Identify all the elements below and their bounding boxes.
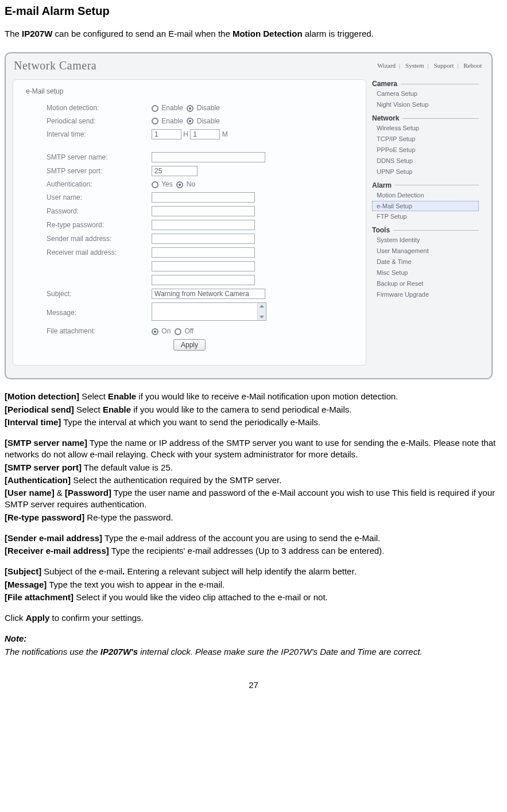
attach-off-radio[interactable] bbox=[175, 328, 181, 335]
no-text: No bbox=[187, 180, 195, 188]
message-label: Message: bbox=[24, 301, 149, 325]
sidebar-item-ddns[interactable]: DDNS Setup bbox=[372, 156, 479, 166]
sidebar-item-upnp[interactable]: UPNP Setup bbox=[372, 166, 479, 177]
disable-text: Disable bbox=[197, 104, 220, 112]
enable-text: Enable bbox=[161, 117, 183, 125]
receiver-input-1[interactable] bbox=[152, 247, 255, 258]
page-number: 27 bbox=[5, 679, 502, 691]
sidebar-item-camera-setup[interactable]: Camera Setup bbox=[372, 88, 479, 99]
tab-wizard[interactable]: Wizard bbox=[377, 62, 396, 69]
off-text: Off bbox=[184, 327, 193, 335]
sidebar-item-motion-detection[interactable]: Motion Detection bbox=[372, 190, 479, 201]
model-name: IP207W bbox=[22, 29, 52, 38]
sidebar-item-ftp-setup[interactable]: FTP Setup bbox=[372, 211, 479, 222]
motion-enable-radio[interactable] bbox=[152, 105, 158, 112]
desc-smtp-name-key: [SMTP server name] bbox=[5, 438, 87, 448]
desc-auth-key: [Authentication] bbox=[5, 475, 71, 485]
sidebar-item-backup-reset[interactable]: Backup or Reset bbox=[372, 278, 479, 289]
periodical-disable-radio[interactable] bbox=[187, 118, 193, 125]
intro-text: alarm is triggered. bbox=[303, 29, 374, 38]
periodical-label: Periodical send: bbox=[24, 115, 149, 127]
intro-text: can be configured to send an E-mail when… bbox=[52, 29, 233, 38]
smtp-name-input[interactable] bbox=[152, 152, 265, 162]
auth-label: Authentication: bbox=[24, 178, 149, 191]
on-text: On bbox=[161, 327, 171, 335]
sidebar-item-system-identity[interactable]: System Identity bbox=[372, 235, 479, 246]
apply-word: Apply bbox=[26, 613, 50, 623]
username-input[interactable] bbox=[152, 192, 255, 203]
screenshot-panel: Network Camera Wizard| System| Support| … bbox=[5, 52, 493, 379]
desc-periodical-key: [Periodical send] bbox=[5, 405, 74, 414]
interval-m-input[interactable] bbox=[190, 129, 220, 139]
retype-password-input[interactable] bbox=[152, 220, 255, 230]
receiver-label: Receiver mail address: bbox=[24, 246, 149, 259]
desc-interval-key: [Interval time] bbox=[5, 417, 61, 427]
sidebar-item-email-setup[interactable]: e-Mail Setup bbox=[372, 201, 479, 212]
scrollbar-icon[interactable] bbox=[257, 303, 266, 320]
sidebar-item-wireless[interactable]: Wireless Setup bbox=[372, 123, 479, 134]
enable-text: Enable bbox=[161, 104, 183, 112]
sidebar-head-tools: Tools bbox=[372, 226, 390, 235]
sender-label: Sender mail address: bbox=[24, 232, 149, 246]
descriptions: [Motion detection] Select Enable if you … bbox=[5, 391, 502, 658]
subject-label: Subject: bbox=[24, 287, 149, 301]
form-section-title: e-Mail setup bbox=[26, 87, 355, 96]
h-unit: H bbox=[183, 130, 188, 138]
receiver-input-2[interactable] bbox=[152, 261, 255, 271]
sidebar-head-camera: Camera bbox=[372, 79, 397, 88]
desc-smtp-port-key: [SMTP server port] bbox=[5, 463, 82, 472]
page-title: E-mail Alarm Setup bbox=[5, 3, 502, 19]
desc-motion-key: [Motion detection] bbox=[5, 391, 79, 401]
interval-label: Interval time: bbox=[24, 127, 149, 141]
tab-support[interactable]: Support bbox=[434, 62, 454, 69]
user-label: User name: bbox=[24, 191, 149, 204]
motion-label: Motion detection: bbox=[24, 102, 149, 114]
interval-h-input[interactable] bbox=[152, 129, 181, 139]
desc-username-key: [User name] bbox=[5, 488, 55, 498]
smtp-port-label: SMTP server port: bbox=[24, 164, 149, 178]
desc-subject-key: [Subject] bbox=[5, 566, 41, 576]
sidebar-item-firmware-upgrade[interactable]: Firmware Upgrade bbox=[372, 289, 479, 300]
note-head: Note: bbox=[5, 634, 26, 643]
apply-button[interactable]: Apply bbox=[173, 339, 206, 351]
subject-input[interactable] bbox=[152, 289, 265, 299]
receiver-input-3[interactable] bbox=[152, 275, 255, 285]
periodical-enable-radio[interactable] bbox=[152, 118, 158, 125]
sidebar-head-network: Network bbox=[372, 114, 399, 123]
sidebar-item-pppoe[interactable]: PPPoE Setup bbox=[372, 145, 479, 156]
auth-no-radio[interactable] bbox=[176, 181, 183, 188]
sidebar-item-tcpip[interactable]: TCP/IP Setup bbox=[372, 134, 479, 145]
sidebar-item-date-time[interactable]: Date & Time bbox=[372, 257, 479, 267]
attach-label: File attachment: bbox=[24, 325, 149, 337]
sender-input[interactable] bbox=[152, 234, 255, 244]
desc-receiver-key: [Receiver e-mail address] bbox=[5, 546, 109, 555]
tab-system[interactable]: System bbox=[405, 62, 424, 69]
pass-label: Password: bbox=[24, 204, 149, 218]
password-input[interactable] bbox=[152, 206, 255, 216]
disable-text: Disable bbox=[197, 117, 220, 125]
intro-text: The bbox=[5, 29, 22, 38]
form-panel: e-Mail setup Motion detection: Enable Di… bbox=[13, 79, 366, 366]
desc-sender-key: [Sender e-mail address] bbox=[5, 533, 102, 543]
note-model: IP207W's bbox=[100, 647, 138, 656]
tab-reboot[interactable]: Reboot bbox=[463, 62, 482, 69]
sidebar-item-misc-setup[interactable]: Misc Setup bbox=[372, 267, 479, 278]
intro-paragraph: The IP207W can be configured to send an … bbox=[5, 28, 502, 40]
sidebar-item-user-management[interactable]: User Management bbox=[372, 246, 479, 257]
feature-name: Motion Detection bbox=[233, 29, 303, 38]
message-textarea[interactable] bbox=[152, 302, 266, 321]
m-unit: M bbox=[222, 130, 228, 138]
desc-message-key: [Message] bbox=[5, 580, 47, 589]
desc-attachment-key: [File attachment] bbox=[5, 592, 73, 602]
sidebar: Camera Camera Setup Night Vision Setup N… bbox=[366, 79, 479, 366]
yes-text: Yes bbox=[161, 180, 173, 188]
motion-disable-radio[interactable] bbox=[187, 105, 193, 112]
smtp-port-input[interactable] bbox=[152, 166, 198, 176]
header-tabs: Wizard| System| Support| Reboot bbox=[376, 61, 483, 70]
desc-repass-key: [Re-type password] bbox=[5, 512, 84, 522]
brand-title: Network Camera bbox=[14, 58, 96, 73]
repass-label: Re-type password: bbox=[24, 218, 149, 232]
sidebar-item-night-vision[interactable]: Night Vision Setup bbox=[372, 99, 479, 110]
attach-on-radio[interactable] bbox=[152, 328, 158, 335]
auth-yes-radio[interactable] bbox=[152, 181, 158, 188]
